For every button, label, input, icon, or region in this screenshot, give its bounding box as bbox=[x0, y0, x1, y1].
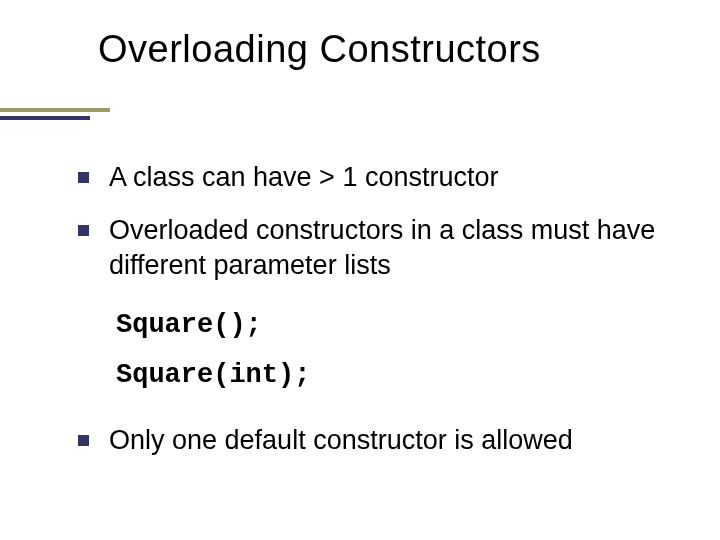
bullet-item: Only one default constructor is allowed bbox=[78, 423, 660, 458]
bullet-text: Overloaded constructors in a class must … bbox=[109, 213, 660, 283]
slide-title: Overloading Constructors bbox=[98, 28, 541, 71]
square-bullet-icon bbox=[78, 435, 89, 446]
bullet-text: Only one default constructor is allowed bbox=[109, 423, 573, 458]
code-line: Square(int); bbox=[116, 351, 660, 401]
bullet-item: Overloaded constructors in a class must … bbox=[78, 213, 660, 283]
rule-top bbox=[0, 108, 110, 112]
square-bullet-icon bbox=[78, 225, 89, 236]
code-line: Square(); bbox=[116, 301, 660, 351]
square-bullet-icon bbox=[78, 172, 89, 183]
code-block: Square(); Square(int); bbox=[116, 301, 660, 401]
rule-bottom bbox=[0, 116, 90, 120]
slide: Overloading Constructors A class can hav… bbox=[0, 0, 720, 540]
bullet-text: A class can have > 1 constructor bbox=[109, 160, 498, 195]
content-area: A class can have > 1 constructor Overloa… bbox=[78, 160, 660, 476]
bullet-item: A class can have > 1 constructor bbox=[78, 160, 660, 195]
